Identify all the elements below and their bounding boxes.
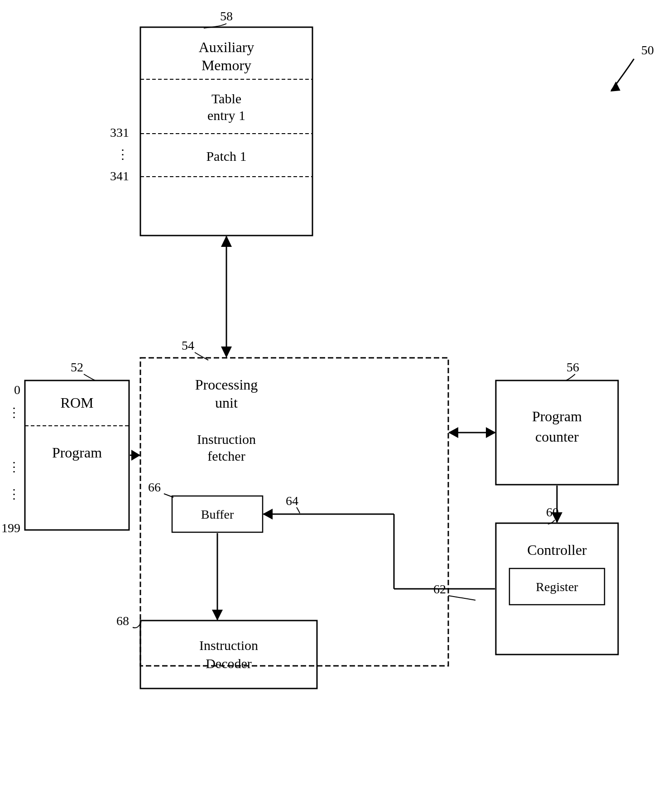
- addr-dots-mid: ⋮: [8, 460, 20, 474]
- instruction-decoder-label: Instruction: [199, 638, 258, 653]
- svg-marker-11: [131, 450, 140, 461]
- instruction-fetcher-label: Instruction: [197, 432, 256, 447]
- svg-marker-14: [486, 427, 496, 438]
- register-label: Register: [536, 580, 578, 594]
- ref-58: 58: [220, 9, 233, 23]
- ref-331: 331: [110, 125, 129, 140]
- addr-199: 199: [1, 521, 20, 535]
- svg-marker-24: [263, 509, 273, 520]
- table-entry-label2: entry 1: [207, 108, 245, 123]
- addr-0: 0: [14, 383, 20, 397]
- svg-rect-25: [140, 621, 317, 688]
- instruction-decoder-label2: Decoder: [206, 656, 252, 671]
- svg-rect-7: [140, 358, 448, 666]
- dots-331-341: ⋮: [116, 147, 129, 161]
- ref-50: 50: [641, 43, 654, 57]
- ref-66: 66: [148, 480, 161, 494]
- controller-label: Controller: [527, 542, 587, 558]
- ref-68: 68: [116, 614, 129, 628]
- auxiliary-memory-label2: Memory: [202, 57, 251, 73]
- table-entry-label: Table: [211, 91, 241, 106]
- processing-unit-label2: unit: [215, 395, 238, 411]
- ref-56: 56: [566, 360, 579, 374]
- program-counter-label: Program: [532, 408, 582, 424]
- ref-341: 341: [110, 169, 129, 183]
- svg-marker-6: [221, 236, 232, 247]
- program-counter-label2: counter: [535, 428, 579, 445]
- auxiliary-memory-label: Auxiliary: [199, 39, 254, 55]
- addr-dots-bot: ⋮: [8, 487, 20, 501]
- rom-label: ROM: [61, 395, 94, 411]
- ref-54: 54: [182, 338, 194, 352]
- svg-marker-15: [448, 427, 458, 438]
- svg-marker-5: [221, 347, 232, 358]
- ref-64: 64: [286, 494, 298, 508]
- ref-52: 52: [71, 360, 83, 374]
- processing-unit-label: Processing: [195, 376, 258, 393]
- svg-marker-28: [610, 82, 620, 91]
- instruction-fetcher-label2: fetcher: [207, 448, 245, 463]
- addr-dots-top: ⋮: [8, 405, 20, 419]
- program-label: Program: [52, 444, 102, 461]
- patch-label: Patch 1: [206, 149, 246, 164]
- buffer-label: Buffer: [201, 507, 234, 521]
- svg-marker-27: [212, 610, 223, 621]
